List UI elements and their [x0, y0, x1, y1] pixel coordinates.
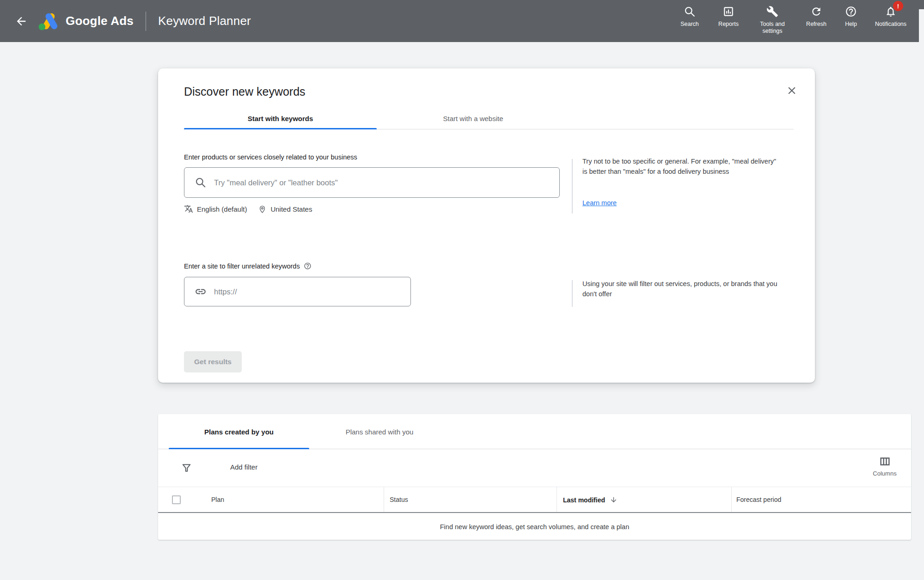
reports-icon: [722, 5, 734, 18]
topbar-tools-label: Tools and settings: [751, 21, 794, 35]
topbar-search-label: Search: [680, 21, 699, 28]
columns-label: Columns: [873, 470, 896, 477]
column-separator: [731, 487, 732, 512]
plans-panel: Plans created by you Plans shared with y…: [158, 414, 911, 540]
filter-row: Add filter Columns: [158, 449, 911, 487]
tab-start-with-website[interactable]: Start with a website: [377, 107, 569, 129]
column-header-status[interactable]: Status: [390, 496, 408, 503]
search-icon: [195, 177, 207, 189]
empty-state-message: Find new keyword ideas, get search volum…: [158, 514, 911, 540]
keyword-planner-screen: Google Ads Keyword Planner Search Report…: [0, 0, 924, 580]
get-results-button[interactable]: Get results: [184, 351, 242, 372]
topbar-help-label: Help: [845, 21, 857, 28]
topbar-refresh-button[interactable]: Refresh: [800, 5, 832, 28]
language-location-row: English (default) United States: [184, 204, 312, 214]
close-button[interactable]: [785, 84, 798, 97]
location-group[interactable]: United States: [258, 205, 312, 214]
help-divider: [572, 280, 573, 307]
site-input-label: Enter a site to filter unrelated keyword…: [184, 263, 300, 270]
back-arrow-icon: [15, 15, 28, 28]
keywords-input-box[interactable]: [184, 167, 560, 198]
topbar-actions: Search Reports Tools and settings Refres…: [667, 5, 912, 35]
refresh-icon: [810, 5, 822, 18]
active-tab-underline: [184, 128, 377, 129]
discover-keywords-modal: Discover new keywords Start with keyword…: [158, 68, 815, 383]
location-value: United States: [270, 205, 312, 213]
plans-table-header: Plan Status Last modified Forecast perio…: [158, 487, 911, 513]
notifications-icon: !: [885, 5, 897, 18]
help-circle-icon[interactable]: [304, 262, 312, 270]
help-icon: [845, 5, 857, 18]
topbar: Google Ads Keyword Planner Search Report…: [0, 0, 924, 42]
translate-icon: [184, 204, 193, 214]
topbar-notifications-label: Notifications: [875, 21, 906, 28]
topbar-refresh-label: Refresh: [806, 21, 826, 28]
topbar-divider: [146, 12, 146, 31]
tab-plans-shared-with-you[interactable]: Plans shared with you: [309, 414, 450, 449]
learn-more-link[interactable]: Learn more: [582, 199, 617, 207]
add-filter-button[interactable]: Add filter: [230, 463, 257, 471]
columns-icon: [879, 456, 891, 467]
language-value[interactable]: English (default): [197, 205, 247, 213]
page-scrollbar[interactable]: [919, 9, 924, 580]
site-help-text: Using your site will filter out services…: [582, 279, 782, 299]
column-separator: [557, 487, 557, 512]
site-url-input[interactable]: [214, 287, 405, 296]
select-all-checkbox[interactable]: [172, 495, 181, 504]
tab-plans-created-by-you[interactable]: Plans created by you: [169, 414, 309, 449]
column-header-forecast-period[interactable]: Forecast period: [736, 496, 781, 503]
topbar-search-button[interactable]: Search: [673, 5, 706, 28]
help-divider: [572, 159, 573, 214]
keywords-input-label: Enter products or services closely relat…: [184, 153, 357, 161]
link-icon: [195, 286, 207, 298]
modal-tabs: Start with keywords Start with a website: [184, 107, 794, 129]
google-ads-logo-icon: [38, 12, 59, 31]
back-button[interactable]: [13, 13, 30, 30]
columns-button[interactable]: Columns: [865, 456, 905, 477]
column-header-last-modified[interactable]: Last modified: [563, 496, 618, 504]
topbar-help-button[interactable]: Help: [839, 5, 863, 28]
plans-tabs: Plans created by you Plans shared with y…: [169, 414, 450, 449]
topbar-tools-button[interactable]: Tools and settings: [751, 5, 794, 35]
tab-start-with-keywords[interactable]: Start with keywords: [184, 107, 377, 129]
topbar-reports-button[interactable]: Reports: [712, 5, 745, 28]
column-separator: [384, 487, 384, 512]
topbar-notifications-button[interactable]: ! Notifications: [869, 5, 912, 28]
keywords-help-text: Try not to be too specific or general. F…: [582, 156, 782, 177]
modal-title: Discover new keywords: [184, 85, 306, 98]
tools-icon: [766, 5, 778, 18]
search-icon: [684, 5, 696, 18]
page-title: Keyword Planner: [158, 14, 251, 28]
location-pin-icon: [258, 205, 267, 214]
site-input-label-row: Enter a site to filter unrelated keyword…: [184, 262, 312, 270]
site-input-box[interactable]: [184, 277, 411, 306]
topbar-reports-label: Reports: [718, 21, 739, 28]
product-name: Google Ads: [66, 14, 134, 28]
close-icon: [786, 85, 798, 97]
keywords-text-input[interactable]: [214, 178, 554, 187]
sort-descending-icon: [610, 496, 618, 504]
column-header-plan[interactable]: Plan: [211, 496, 224, 503]
filter-icon[interactable]: [181, 462, 192, 474]
last-modified-label: Last modified: [563, 496, 605, 504]
notifications-badge: !: [893, 1, 903, 11]
